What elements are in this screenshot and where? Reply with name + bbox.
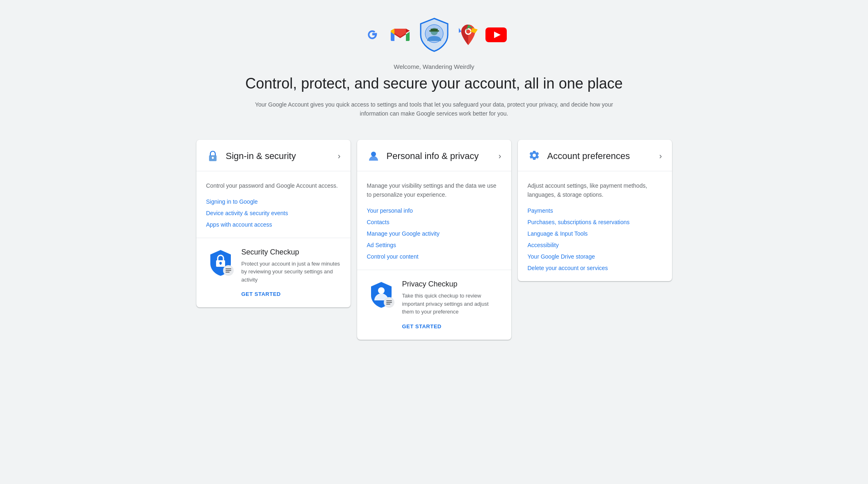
sign-in-security-header[interactable]: Sign-in & security ›	[196, 140, 351, 171]
welcome-text: Welcome, Wandering Weirdly	[394, 63, 474, 70]
security-checkup-title: Security Checkup	[241, 248, 341, 257]
svg-rect-24	[386, 300, 392, 301]
privacy-checkup-section: Privacy Checkup Take this quick checkup …	[357, 270, 511, 340]
security-checkup-icon	[206, 248, 235, 277]
svg-rect-5	[429, 30, 439, 32]
language-input-tools-link[interactable]: Language & Input Tools	[528, 230, 662, 237]
svg-point-21	[371, 152, 376, 157]
security-checkup-row: Security Checkup Protect your account in…	[206, 248, 341, 298]
svg-point-22	[378, 287, 385, 294]
ad-settings-link[interactable]: Ad Settings	[367, 242, 501, 248]
signing-in-google-link[interactable]: Signing in to Google	[206, 198, 341, 205]
header-section: Welcome, Wandering Weirdly Control, prot…	[188, 0, 680, 140]
sign-in-security-title: Sign-in & security	[226, 151, 338, 161]
svg-rect-20	[226, 272, 230, 273]
logos-row	[360, 16, 508, 53]
google-drive-storage-link[interactable]: Your Google Drive storage	[528, 253, 662, 260]
svg-rect-16	[220, 263, 221, 265]
person-icon	[367, 150, 380, 163]
purchases-subscriptions-link[interactable]: Purchases, subscriptions & reservations	[528, 219, 662, 225]
google-logo-icon	[360, 23, 385, 47]
svg-rect-13	[212, 158, 213, 159]
control-your-content-link[interactable]: Control your content	[367, 253, 501, 260]
svg-rect-18	[226, 268, 231, 269]
payments-link[interactable]: Payments	[528, 207, 662, 214]
cards-container: Sign-in & security › Control your passwo…	[188, 140, 680, 340]
account-preferences-header[interactable]: Account preferences ›	[518, 140, 672, 171]
personal-info-chevron-icon: ›	[499, 151, 501, 161]
main-title: Control, protect, and secure your accoun…	[245, 74, 623, 93]
lock-icon	[206, 150, 219, 163]
security-checkup-section: Security Checkup Protect your account in…	[196, 238, 351, 308]
personal-info-privacy-header[interactable]: Personal info & privacy ›	[357, 140, 511, 171]
personal-info-privacy-description: Manage your visibility settings and the …	[367, 181, 501, 200]
manage-google-activity-link[interactable]: Manage your Google activity	[367, 230, 501, 237]
subtitle: Your Google Account gives you quick acce…	[250, 100, 619, 118]
privacy-checkup-title: Privacy Checkup	[402, 280, 501, 289]
privacy-checkup-row: Privacy Checkup Take this quick checkup …	[367, 280, 501, 330]
sign-in-security-body: Control your password and Google Account…	[196, 171, 351, 238]
personal-info-privacy-title: Personal info & privacy	[387, 151, 499, 161]
svg-point-7	[466, 30, 470, 34]
personal-info-privacy-links: Your personal info Contacts Manage your …	[367, 207, 501, 260]
account-preferences-card: Account preferences › Adjust account set…	[518, 140, 672, 282]
sign-in-security-card: Sign-in & security › Control your passwo…	[196, 140, 351, 308]
profile-shield-icon	[416, 16, 453, 53]
security-checkup-description: Protect your account in just a few minut…	[241, 260, 341, 284]
svg-rect-19	[226, 270, 231, 271]
account-preferences-description: Adjust account settings, like payment me…	[528, 181, 662, 200]
svg-rect-26	[386, 304, 390, 304]
your-personal-info-link[interactable]: Your personal info	[367, 207, 501, 214]
sign-in-security-links: Signing in to Google Device activity & s…	[206, 198, 341, 228]
security-get-started-button[interactable]: GET STARTED	[241, 291, 281, 297]
personal-info-privacy-card: Personal info & privacy › Manage your vi…	[357, 140, 511, 340]
gear-icon	[528, 150, 541, 163]
personal-info-privacy-body: Manage your visibility settings and the …	[357, 171, 511, 270]
privacy-checkup-content: Privacy Checkup Take this quick checkup …	[402, 280, 501, 330]
privacy-checkup-description: Take this quick checkup to review import…	[402, 292, 501, 316]
sign-in-chevron-icon: ›	[338, 151, 341, 161]
accessibility-link[interactable]: Accessibility	[528, 242, 662, 248]
account-preferences-links: Payments Purchases, subscriptions & rese…	[528, 207, 662, 271]
account-preferences-title: Account preferences	[547, 151, 659, 161]
privacy-get-started-button[interactable]: GET STARTED	[402, 323, 442, 329]
svg-rect-25	[386, 302, 392, 303]
device-activity-link[interactable]: Device activity & security events	[206, 210, 341, 216]
privacy-checkup-icon	[367, 280, 396, 309]
maps-logo-icon	[456, 23, 481, 47]
security-checkup-content: Security Checkup Protect your account in…	[241, 248, 341, 298]
gmail-logo-icon	[388, 23, 412, 47]
svg-rect-4	[431, 29, 438, 30]
sign-in-security-description: Control your password and Google Account…	[206, 181, 341, 190]
delete-account-link[interactable]: Delete your account or services	[528, 265, 662, 271]
contacts-link[interactable]: Contacts	[367, 219, 501, 225]
svg-point-27	[533, 154, 536, 157]
youtube-logo-icon	[484, 23, 508, 47]
account-preferences-body: Adjust account settings, like payment me…	[518, 171, 672, 282]
account-preferences-chevron-icon: ›	[659, 151, 662, 161]
apps-account-access-link[interactable]: Apps with account access	[206, 221, 341, 228]
